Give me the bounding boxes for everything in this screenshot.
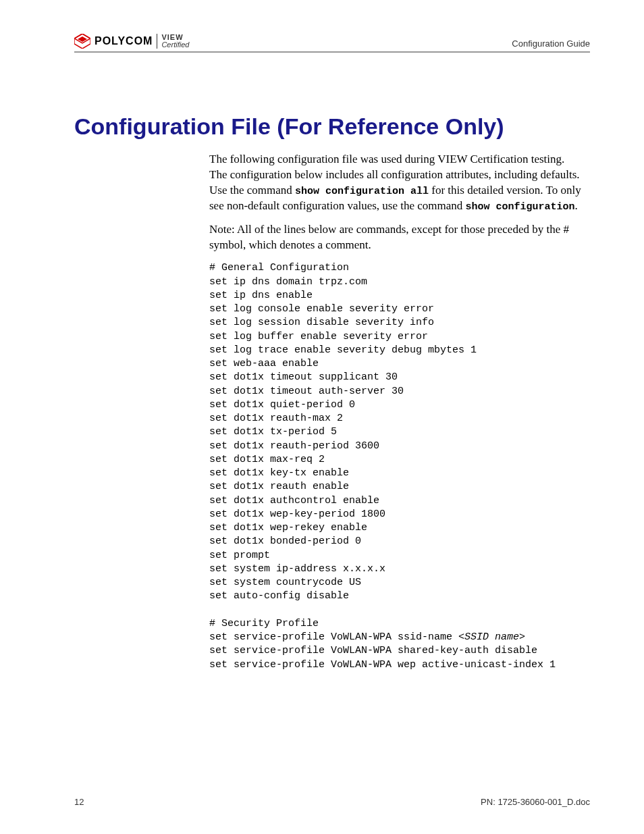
code-part-1: # General Configuration set ip dns domai… bbox=[209, 262, 477, 643]
brand-block: POLYCOM VIEW Certified bbox=[74, 34, 189, 49]
page-footer: 12 PN: 1725-36060-001_D.doc bbox=[74, 797, 590, 807]
configuration-code: # General Configuration set ip dns domai… bbox=[209, 261, 583, 672]
ssid-placeholder: <SSID name> bbox=[458, 631, 525, 643]
command-show-config: show configuration bbox=[466, 201, 575, 213]
badge-certified: Certified bbox=[161, 41, 189, 49]
command-show-config-all: show configuration all bbox=[295, 186, 429, 197]
page: POLYCOM VIEW Certified Configuration Gui… bbox=[0, 0, 644, 834]
part-number: PN: 1725-36060-001_D.doc bbox=[481, 797, 590, 807]
page-header: POLYCOM VIEW Certified Configuration Gui… bbox=[74, 34, 590, 53]
code-part-2: set service-profile VoWLAN-WPA shared-ke… bbox=[209, 645, 556, 670]
intro-paragraph-2: Note: All of the lines below are command… bbox=[209, 222, 583, 253]
polycom-logo-icon bbox=[74, 34, 90, 49]
intro-paragraph-1: The following configuration file was use… bbox=[209, 152, 583, 214]
header-doc-title: Configuration Guide bbox=[512, 38, 590, 49]
brand-name: POLYCOM bbox=[95, 35, 153, 47]
view-certified-badge: VIEW Certified bbox=[157, 34, 189, 49]
intro-text: The following configuration file was use… bbox=[209, 152, 583, 253]
page-number: 12 bbox=[74, 797, 84, 807]
section-title: Configuration File (For Reference Only) bbox=[74, 113, 590, 140]
intro-p1-post: . bbox=[575, 199, 578, 212]
